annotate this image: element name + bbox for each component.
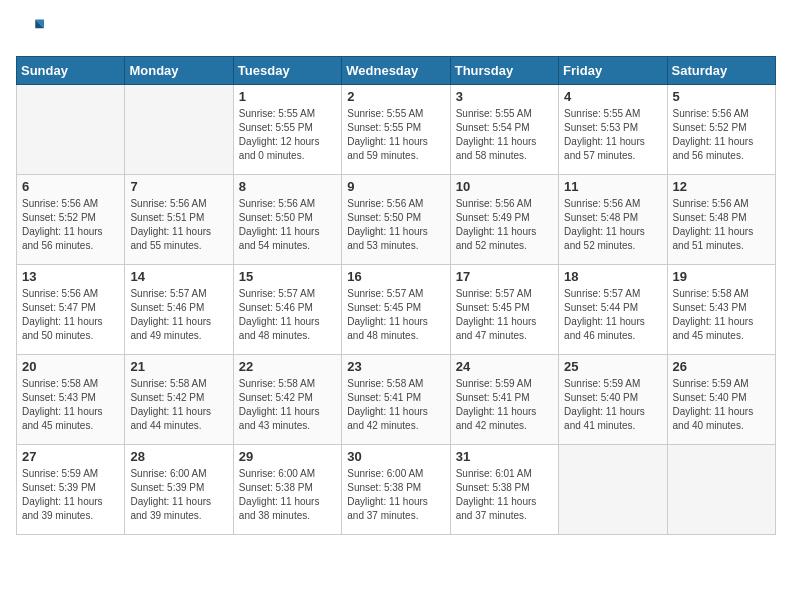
day-number: 1 <box>239 89 336 104</box>
calendar-cell: 9Sunrise: 5:56 AM Sunset: 5:50 PM Daylig… <box>342 175 450 265</box>
day-number: 3 <box>456 89 553 104</box>
calendar-cell: 4Sunrise: 5:55 AM Sunset: 5:53 PM Daylig… <box>559 85 667 175</box>
page-header <box>16 16 776 44</box>
day-info: Sunrise: 5:56 AM Sunset: 5:50 PM Dayligh… <box>347 197 444 253</box>
day-info: Sunrise: 5:56 AM Sunset: 5:52 PM Dayligh… <box>673 107 770 163</box>
day-info: Sunrise: 5:55 AM Sunset: 5:54 PM Dayligh… <box>456 107 553 163</box>
day-info: Sunrise: 5:58 AM Sunset: 5:41 PM Dayligh… <box>347 377 444 433</box>
calendar-cell: 30Sunrise: 6:00 AM Sunset: 5:38 PM Dayli… <box>342 445 450 535</box>
weekday-header: Sunday <box>17 57 125 85</box>
day-number: 6 <box>22 179 119 194</box>
day-info: Sunrise: 5:58 AM Sunset: 5:42 PM Dayligh… <box>130 377 227 433</box>
day-info: Sunrise: 5:57 AM Sunset: 5:44 PM Dayligh… <box>564 287 661 343</box>
calendar-cell: 11Sunrise: 5:56 AM Sunset: 5:48 PM Dayli… <box>559 175 667 265</box>
weekday-header: Tuesday <box>233 57 341 85</box>
day-number: 27 <box>22 449 119 464</box>
day-info: Sunrise: 5:56 AM Sunset: 5:49 PM Dayligh… <box>456 197 553 253</box>
calendar-cell: 23Sunrise: 5:58 AM Sunset: 5:41 PM Dayli… <box>342 355 450 445</box>
calendar-cell: 6Sunrise: 5:56 AM Sunset: 5:52 PM Daylig… <box>17 175 125 265</box>
calendar-cell: 26Sunrise: 5:59 AM Sunset: 5:40 PM Dayli… <box>667 355 775 445</box>
calendar-cell: 16Sunrise: 5:57 AM Sunset: 5:45 PM Dayli… <box>342 265 450 355</box>
calendar-cell: 3Sunrise: 5:55 AM Sunset: 5:54 PM Daylig… <box>450 85 558 175</box>
day-number: 20 <box>22 359 119 374</box>
calendar-cell: 29Sunrise: 6:00 AM Sunset: 5:38 PM Dayli… <box>233 445 341 535</box>
calendar-cell: 25Sunrise: 5:59 AM Sunset: 5:40 PM Dayli… <box>559 355 667 445</box>
calendar-cell: 2Sunrise: 5:55 AM Sunset: 5:55 PM Daylig… <box>342 85 450 175</box>
day-info: Sunrise: 6:01 AM Sunset: 5:38 PM Dayligh… <box>456 467 553 523</box>
day-info: Sunrise: 5:57 AM Sunset: 5:46 PM Dayligh… <box>130 287 227 343</box>
calendar-cell: 1Sunrise: 5:55 AM Sunset: 5:55 PM Daylig… <box>233 85 341 175</box>
day-info: Sunrise: 5:56 AM Sunset: 5:48 PM Dayligh… <box>564 197 661 253</box>
calendar-cell: 22Sunrise: 5:58 AM Sunset: 5:42 PM Dayli… <box>233 355 341 445</box>
day-number: 23 <box>347 359 444 374</box>
calendar-cell: 10Sunrise: 5:56 AM Sunset: 5:49 PM Dayli… <box>450 175 558 265</box>
calendar-header-row: SundayMondayTuesdayWednesdayThursdayFrid… <box>17 57 776 85</box>
weekday-header: Friday <box>559 57 667 85</box>
day-number: 16 <box>347 269 444 284</box>
day-number: 5 <box>673 89 770 104</box>
calendar-cell: 20Sunrise: 5:58 AM Sunset: 5:43 PM Dayli… <box>17 355 125 445</box>
day-info: Sunrise: 5:57 AM Sunset: 5:45 PM Dayligh… <box>347 287 444 343</box>
calendar-week-row: 13Sunrise: 5:56 AM Sunset: 5:47 PM Dayli… <box>17 265 776 355</box>
day-number: 19 <box>673 269 770 284</box>
day-number: 28 <box>130 449 227 464</box>
day-number: 10 <box>456 179 553 194</box>
calendar-cell: 24Sunrise: 5:59 AM Sunset: 5:41 PM Dayli… <box>450 355 558 445</box>
calendar-cell: 17Sunrise: 5:57 AM Sunset: 5:45 PM Dayli… <box>450 265 558 355</box>
day-number: 2 <box>347 89 444 104</box>
weekday-header: Monday <box>125 57 233 85</box>
calendar-cell: 28Sunrise: 6:00 AM Sunset: 5:39 PM Dayli… <box>125 445 233 535</box>
day-info: Sunrise: 5:55 AM Sunset: 5:53 PM Dayligh… <box>564 107 661 163</box>
day-number: 26 <box>673 359 770 374</box>
weekday-header: Saturday <box>667 57 775 85</box>
day-number: 9 <box>347 179 444 194</box>
calendar-cell: 27Sunrise: 5:59 AM Sunset: 5:39 PM Dayli… <box>17 445 125 535</box>
calendar-cell <box>559 445 667 535</box>
day-info: Sunrise: 5:58 AM Sunset: 5:43 PM Dayligh… <box>22 377 119 433</box>
day-info: Sunrise: 5:59 AM Sunset: 5:40 PM Dayligh… <box>673 377 770 433</box>
day-number: 25 <box>564 359 661 374</box>
day-number: 29 <box>239 449 336 464</box>
logo-icon <box>16 16 44 44</box>
day-info: Sunrise: 5:57 AM Sunset: 5:46 PM Dayligh… <box>239 287 336 343</box>
calendar-cell: 8Sunrise: 5:56 AM Sunset: 5:50 PM Daylig… <box>233 175 341 265</box>
day-number: 12 <box>673 179 770 194</box>
day-info: Sunrise: 5:55 AM Sunset: 5:55 PM Dayligh… <box>239 107 336 163</box>
day-info: Sunrise: 5:58 AM Sunset: 5:42 PM Dayligh… <box>239 377 336 433</box>
day-info: Sunrise: 5:59 AM Sunset: 5:40 PM Dayligh… <box>564 377 661 433</box>
day-number: 17 <box>456 269 553 284</box>
day-number: 4 <box>564 89 661 104</box>
day-info: Sunrise: 5:56 AM Sunset: 5:51 PM Dayligh… <box>130 197 227 253</box>
day-info: Sunrise: 5:59 AM Sunset: 5:41 PM Dayligh… <box>456 377 553 433</box>
day-number: 7 <box>130 179 227 194</box>
day-info: Sunrise: 5:56 AM Sunset: 5:47 PM Dayligh… <box>22 287 119 343</box>
calendar-cell: 31Sunrise: 6:01 AM Sunset: 5:38 PM Dayli… <box>450 445 558 535</box>
day-info: Sunrise: 5:56 AM Sunset: 5:50 PM Dayligh… <box>239 197 336 253</box>
day-info: Sunrise: 5:58 AM Sunset: 5:43 PM Dayligh… <box>673 287 770 343</box>
day-number: 14 <box>130 269 227 284</box>
calendar-week-row: 1Sunrise: 5:55 AM Sunset: 5:55 PM Daylig… <box>17 85 776 175</box>
calendar-cell <box>667 445 775 535</box>
calendar-table: SundayMondayTuesdayWednesdayThursdayFrid… <box>16 56 776 535</box>
day-number: 22 <box>239 359 336 374</box>
day-info: Sunrise: 6:00 AM Sunset: 5:39 PM Dayligh… <box>130 467 227 523</box>
day-number: 13 <box>22 269 119 284</box>
day-info: Sunrise: 6:00 AM Sunset: 5:38 PM Dayligh… <box>239 467 336 523</box>
day-number: 18 <box>564 269 661 284</box>
day-number: 21 <box>130 359 227 374</box>
day-info: Sunrise: 5:57 AM Sunset: 5:45 PM Dayligh… <box>456 287 553 343</box>
day-number: 8 <box>239 179 336 194</box>
calendar-cell: 7Sunrise: 5:56 AM Sunset: 5:51 PM Daylig… <box>125 175 233 265</box>
day-number: 11 <box>564 179 661 194</box>
day-number: 24 <box>456 359 553 374</box>
calendar-cell: 18Sunrise: 5:57 AM Sunset: 5:44 PM Dayli… <box>559 265 667 355</box>
logo <box>16 16 48 44</box>
day-info: Sunrise: 5:59 AM Sunset: 5:39 PM Dayligh… <box>22 467 119 523</box>
day-info: Sunrise: 5:56 AM Sunset: 5:48 PM Dayligh… <box>673 197 770 253</box>
calendar-cell: 13Sunrise: 5:56 AM Sunset: 5:47 PM Dayli… <box>17 265 125 355</box>
day-info: Sunrise: 5:55 AM Sunset: 5:55 PM Dayligh… <box>347 107 444 163</box>
weekday-header: Wednesday <box>342 57 450 85</box>
day-number: 15 <box>239 269 336 284</box>
calendar-cell: 12Sunrise: 5:56 AM Sunset: 5:48 PM Dayli… <box>667 175 775 265</box>
calendar-week-row: 6Sunrise: 5:56 AM Sunset: 5:52 PM Daylig… <box>17 175 776 265</box>
